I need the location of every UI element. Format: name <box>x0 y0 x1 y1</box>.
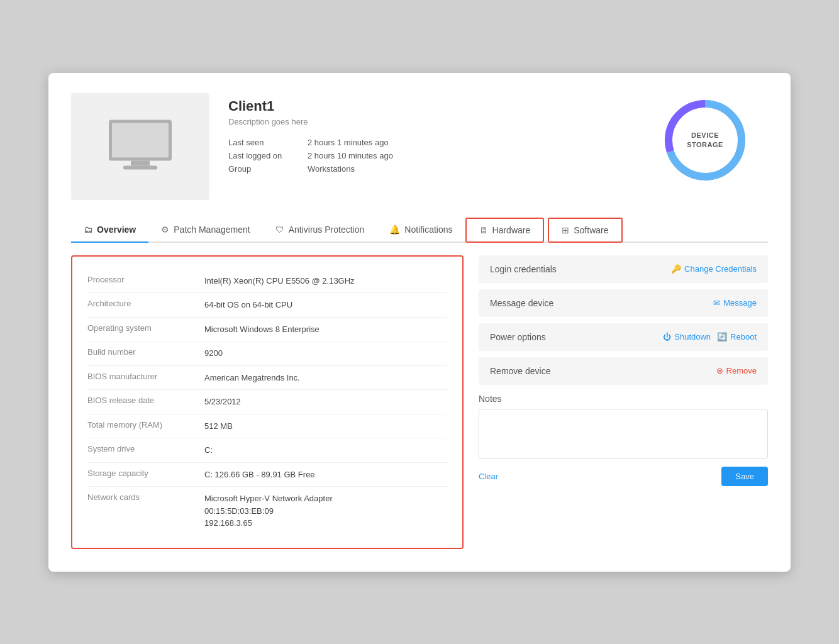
table-row: Architecture64-bit OS on 64-bit CPU <box>87 293 447 318</box>
change-credentials-buttons: 🔑 Change Credentials <box>671 264 757 274</box>
remove-device-label: Remove device <box>490 366 551 376</box>
power-buttons: ⏻ Shutdown 🔄 Reboot <box>663 332 757 341</box>
tabs-bar: 🗂 Overview ⚙ Patch Management 🛡 Antiviru… <box>71 218 768 243</box>
power-options-row: Power options ⏻ Shutdown 🔄 Reboot <box>479 323 768 351</box>
hardware-icon: 🖥 <box>479 225 488 235</box>
storage-container: DEVICESTORAGE <box>642 93 768 187</box>
table-row: BIOS release date5/23/2012 <box>87 390 447 414</box>
tab-patch-management[interactable]: ⚙ Patch Management <box>148 218 262 243</box>
remove-device-row: Remove device ⊗ Remove <box>479 357 768 385</box>
hw-label: BIOS release date <box>87 396 194 408</box>
notes-label: Notes <box>479 394 768 404</box>
hw-label: Network cards <box>87 492 194 530</box>
hw-label: Total memory (RAM) <box>87 420 194 433</box>
tab-overview-label: Overview <box>97 225 136 235</box>
tab-notifications-label: Notifications <box>404 225 452 235</box>
hw-value: American Megatrends Inc. <box>204 372 447 384</box>
meta-label: Last logged on <box>228 151 297 160</box>
hw-value: 5/23/2012 <box>204 396 447 408</box>
table-row: Build number9200 <box>87 341 447 366</box>
hw-label: Build number <box>87 347 194 360</box>
reboot-icon: 🔄 <box>717 332 727 341</box>
header: Client1 Description goes here Last seen2… <box>71 93 768 200</box>
meta-label: Group <box>228 164 297 174</box>
message-device-label: Message device <box>490 298 553 308</box>
meta-table: Last seen2 hours 1 minutes agoLast logge… <box>228 138 630 174</box>
remove-icon: ⊗ <box>716 366 723 375</box>
hw-label: Architecture <box>87 299 194 311</box>
table-row: Storage capacityC: 126.66 GB - 89.91 GB … <box>87 463 447 487</box>
device-icon-box <box>71 93 209 200</box>
device-info: Client1 Description goes here Last seen2… <box>228 93 630 174</box>
envelope-icon: ✉ <box>713 298 720 308</box>
reboot-button[interactable]: 🔄 Reboot <box>717 332 757 341</box>
tab-patch-label: Patch Management <box>174 225 250 235</box>
change-credentials-button[interactable]: 🔑 Change Credentials <box>671 264 757 274</box>
meta-label: Last seen <box>228 138 297 147</box>
tab-software-label: Software <box>574 225 608 235</box>
patch-icon: ⚙ <box>161 225 169 235</box>
table-row: BIOS manufacturerAmerican Megatrends Inc… <box>87 366 447 391</box>
tab-hardware-label: Hardware <box>492 225 531 235</box>
hw-value: C: <box>204 444 447 457</box>
tab-software[interactable]: ⊞ Software <box>548 218 622 243</box>
storage-donut: DEVICESTORAGE <box>658 93 752 187</box>
tab-hardware[interactable]: 🖥 Hardware <box>465 218 545 243</box>
remove-button[interactable]: ⊗ Remove <box>716 366 757 375</box>
hw-label: Storage capacity <box>87 469 194 481</box>
svg-rect-1 <box>112 123 169 157</box>
table-row: Network cardsMicrosoft Hyper-V Network A… <box>87 487 447 535</box>
notes-actions: Clear Save <box>479 467 768 486</box>
device-description: Description goes here <box>228 117 630 126</box>
content-area: ProcessorIntel(R) Xeon(R) CPU E5506 @ 2.… <box>71 243 768 549</box>
remove-buttons: ⊗ Remove <box>716 366 757 375</box>
hw-value: C: 126.66 GB - 89.91 GB Free <box>204 469 447 481</box>
hw-value: Intel(R) Xeon(R) CPU E5506 @ 2.13GHz <box>204 275 447 287</box>
message-buttons: ✉ Message <box>713 298 757 308</box>
device-name: Client1 <box>228 98 630 114</box>
tab-overview[interactable]: 🗂 Overview <box>71 218 148 243</box>
message-button[interactable]: ✉ Message <box>713 298 757 308</box>
hw-label: Operating system <box>87 323 194 336</box>
login-credentials-row: Login credentials 🔑 Change Credentials <box>479 255 768 283</box>
tab-antivirus-label: Antivirus Protection <box>289 225 365 235</box>
hw-value: 64-bit OS on 64-bit CPU <box>204 299 447 311</box>
shutdown-button[interactable]: ⏻ Shutdown <box>663 332 711 341</box>
notes-textarea[interactable] <box>479 409 768 459</box>
notes-section: Notes Clear Save <box>479 394 768 486</box>
folder-icon: 🗂 <box>84 225 92 235</box>
right-panel: Login credentials 🔑 Change Credentials M… <box>479 255 768 549</box>
power-options-label: Power options <box>490 332 546 342</box>
hw-label: BIOS manufacturer <box>87 372 194 384</box>
table-row: ProcessorIntel(R) Xeon(R) CPU E5506 @ 2.… <box>87 269 447 294</box>
hw-value: 512 MB <box>204 420 447 433</box>
login-credentials-label: Login credentials <box>490 264 557 274</box>
key-icon: 🔑 <box>671 264 681 274</box>
hw-label: System drive <box>87 444 194 457</box>
hardware-panel: ProcessorIntel(R) Xeon(R) CPU E5506 @ 2.… <box>71 255 464 549</box>
svg-rect-3 <box>123 165 157 169</box>
storage-label: DEVICESTORAGE <box>687 130 723 150</box>
bell-icon: 🔔 <box>389 225 400 235</box>
svg-rect-2 <box>131 160 150 165</box>
monitor-icon <box>106 115 175 178</box>
hw-value: Microsoft Windows 8 Enterprise <box>204 323 447 336</box>
hw-value: Microsoft Hyper-V Network Adapter 00:15:… <box>204 492 447 530</box>
power-icon: ⏻ <box>663 332 671 341</box>
main-card: Client1 Description goes here Last seen2… <box>48 73 791 572</box>
hw-label: Processor <box>87 275 194 287</box>
meta-value: 2 hours 1 minutes ago <box>308 138 630 147</box>
table-row: System driveC: <box>87 438 447 463</box>
table-row: Operating systemMicrosoft Windows 8 Ente… <box>87 318 447 342</box>
save-button[interactable]: Save <box>721 467 768 486</box>
meta-value: 2 hours 10 minutes ago <box>308 151 630 160</box>
meta-value: Workstations <box>308 164 630 174</box>
shield-icon: 🛡 <box>275 225 284 235</box>
table-row: Total memory (RAM)512 MB <box>87 414 447 439</box>
message-device-row: Message device ✉ Message <box>479 289 768 317</box>
tab-antivirus[interactable]: 🛡 Antivirus Protection <box>263 218 377 243</box>
clear-button[interactable]: Clear <box>479 472 498 481</box>
software-icon: ⊞ <box>562 225 569 235</box>
hw-value: 9200 <box>204 347 447 360</box>
tab-notifications[interactable]: 🔔 Notifications <box>377 218 465 243</box>
